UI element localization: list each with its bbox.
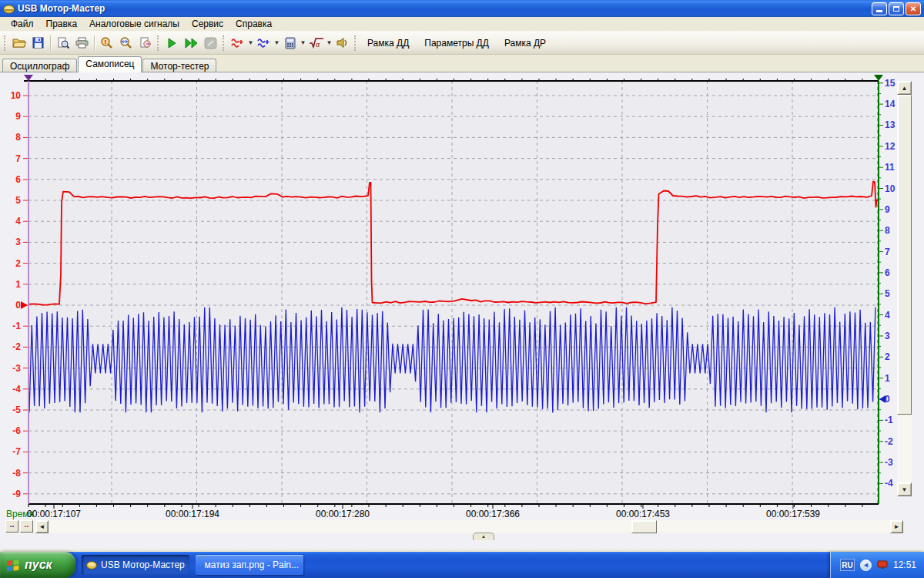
- time-tick-label: 00:00:17:366: [466, 509, 520, 519]
- left-cursor-handle[interactable]: [24, 75, 33, 81]
- calculator-button[interactable]: [280, 34, 300, 52]
- vertical-scrollbar[interactable]: ▲ ▼: [897, 81, 912, 496]
- taskbar-task-paint[interactable]: матиз зап.png - Pain...: [196, 555, 303, 575]
- collapse-panel-button[interactable]: ▲: [473, 533, 494, 540]
- right-axis-tick-label: -1: [885, 415, 893, 425]
- frame-dd-button[interactable]: Рамка ДД: [360, 35, 417, 52]
- save-button[interactable]: [28, 34, 48, 52]
- right-axis-tick-label: -4: [885, 478, 893, 489]
- recorder-chart: 109876543210-1-2-3-4-5-6-7-8-91514131211…: [0, 72, 924, 550]
- right-axis-tick-label: 2: [885, 351, 890, 362]
- zoom-exclaim-button[interactable]: !: [97, 34, 116, 52]
- start-button-play[interactable]: [162, 34, 182, 52]
- zoom-horizontal-icon: [119, 37, 132, 49]
- right-axis-tick-label: 0: [885, 394, 890, 405]
- left-axis-tick-label: -1: [12, 321, 21, 331]
- start-button[interactable]: пуск: [0, 552, 75, 578]
- blue-zero-marker[interactable]: [879, 395, 886, 403]
- left-axis-tick-label: 10: [11, 90, 22, 101]
- left-axis-tick-label: 7: [15, 153, 21, 164]
- app-icon: [3, 4, 15, 14]
- math-function-button[interactable]: α: [306, 34, 326, 52]
- menu-help[interactable]: Справка: [229, 17, 278, 31]
- right-axis-tick-label: 5: [885, 288, 890, 299]
- scroll-right-icon[interactable]: ►: [890, 520, 903, 533]
- math-function-dropdown[interactable]: ▼: [326, 39, 333, 46]
- tab-motor-tester[interactable]: Мотор-тестер: [142, 59, 216, 72]
- language-indicator[interactable]: RU: [840, 559, 855, 571]
- right-axis-tick-label: -2: [885, 436, 893, 447]
- red-signals-dropdown[interactable]: ▼: [247, 39, 254, 46]
- expand-scale-button[interactable]: ..: [20, 520, 33, 533]
- right-axis-tick-label: 9: [885, 204, 890, 215]
- play-icon: [167, 38, 177, 49]
- print-button[interactable]: [72, 34, 92, 52]
- record-disabled-icon: [204, 37, 217, 49]
- page-zoom-button[interactable]: [136, 34, 155, 52]
- horizontal-scrollbar[interactable]: ◄ ►: [35, 520, 903, 533]
- tab-oscilloscope[interactable]: Осциллограф: [2, 59, 77, 72]
- taskbar-task-motor-master[interactable]: USB Мотор-Мастер: [82, 555, 189, 575]
- right-axis-tick-label: 11: [885, 162, 895, 173]
- menu-service[interactable]: Сервис: [186, 17, 229, 31]
- vertical-scrollbar-thumb[interactable]: [897, 95, 912, 415]
- close-button[interactable]: ✕: [906, 2, 921, 15]
- time-tick-label: 00:00:17:280: [316, 509, 370, 519]
- expand-time-button[interactable]: ..: [5, 520, 18, 533]
- fast-forward-button[interactable]: [182, 34, 201, 52]
- menu-analog-signals[interactable]: Аналоговые сигналы: [83, 17, 186, 31]
- menu-edit[interactable]: Правка: [40, 17, 84, 31]
- scroll-up-icon[interactable]: ▲: [897, 81, 912, 95]
- time-tick-label: 00:00:17:107: [27, 509, 81, 519]
- menu-file[interactable]: Файл: [5, 17, 40, 31]
- save-icon: [32, 37, 44, 49]
- right-axis-tick-label: 3: [885, 331, 890, 341]
- print-preview-icon: [57, 37, 69, 49]
- svg-text:!: !: [104, 39, 106, 45]
- right-axis-tick-label: 10: [885, 183, 896, 194]
- red-signals-button[interactable]: [228, 34, 247, 52]
- time-tick-label: 00:00:17:453: [616, 509, 670, 519]
- scroll-left-icon[interactable]: ◄: [35, 520, 49, 533]
- right-cursor-handle[interactable]: [874, 75, 883, 81]
- scroll-down-icon[interactable]: ▼: [897, 482, 912, 496]
- horizontal-scrollbar-thumb[interactable]: [631, 520, 657, 533]
- left-axis-tick-label: 9: [15, 111, 21, 122]
- hide-icons-chevron-icon[interactable]: ◄: [860, 560, 872, 571]
- red-signals-icon: [231, 37, 245, 49]
- left-axis-tick-label: 5: [15, 195, 21, 206]
- print-icon: [75, 37, 89, 49]
- page-zoom-icon: [139, 37, 152, 49]
- fast-forward-icon: [185, 38, 199, 49]
- left-axis-tick-label: -3: [12, 363, 21, 374]
- menu-bar: Файл Правка Аналоговые сигналы Сервис Сп…: [0, 17, 924, 32]
- right-axis-tick-label: 6: [885, 267, 890, 278]
- print-preview-button[interactable]: [53, 34, 72, 52]
- red-zero-marker[interactable]: [21, 301, 28, 309]
- task-label: USB Мотор-Мастер: [101, 560, 185, 570]
- calculator-dropdown[interactable]: ▼: [300, 39, 306, 46]
- open-file-button[interactable]: [9, 34, 28, 52]
- windows-flag-icon: [6, 559, 20, 571]
- left-axis-tick-label: -8: [12, 468, 21, 479]
- minimize-button[interactable]: [872, 2, 887, 15]
- left-axis-tick-label: 8: [15, 132, 21, 143]
- toolbar-grip: [157, 35, 160, 51]
- left-axis-tick-label: 3: [15, 237, 21, 247]
- title-bar: USB Мотор-Мастер ✕: [0, 0, 924, 17]
- display-tray-icon[interactable]: [877, 560, 888, 570]
- frame-dr-button[interactable]: Рамка ДР: [497, 35, 554, 52]
- left-axis-tick-label: 1: [15, 279, 21, 290]
- left-axis-tick-label: 6: [15, 174, 21, 185]
- system-tray: RU ◄ 12:51: [830, 552, 924, 578]
- start-label: пуск: [25, 558, 52, 572]
- zoom-horizontal-button[interactable]: [116, 34, 136, 52]
- parameters-dd-button[interactable]: Параметры ДД: [417, 35, 497, 52]
- blue-signals-dropdown[interactable]: ▼: [273, 39, 280, 46]
- zoom-exclaim-icon: !: [100, 37, 113, 49]
- taskbar: пуск USB Мотор-Мастер матиз зап.png - Pa…: [0, 552, 924, 578]
- restore-button[interactable]: [889, 2, 904, 15]
- sound-button[interactable]: [333, 34, 352, 52]
- tab-recorder[interactable]: Самописец: [78, 56, 142, 72]
- blue-signals-button[interactable]: [254, 34, 273, 52]
